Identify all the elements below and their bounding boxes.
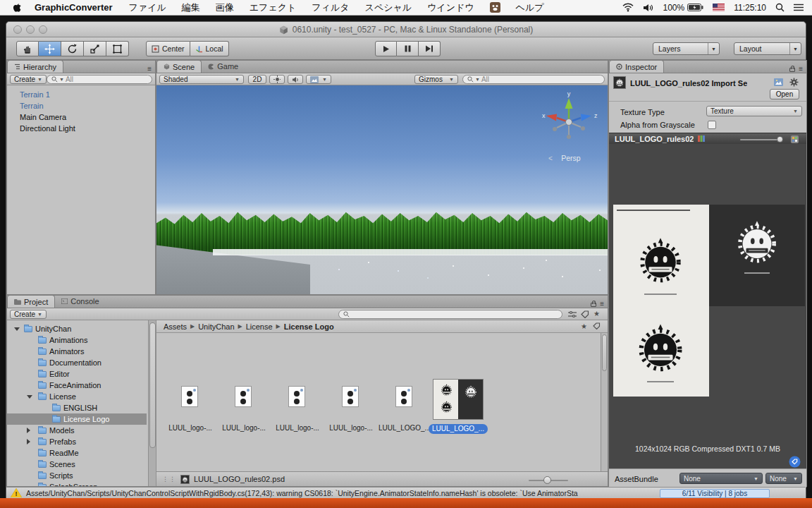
label-icon[interactable] (593, 322, 601, 330)
rgb-channels-icon[interactable] (698, 135, 705, 142)
occlusion-bake-progress-badge[interactable]: 6/11 Visibility | 8 jobs (660, 489, 770, 498)
file-label[interactable]: LUUL_logo-... (217, 424, 271, 432)
disclosure-closed-icon[interactable] (27, 428, 30, 433)
scene-viewport[interactable]: y x z < Persp (156, 85, 608, 294)
file-thumbnail[interactable] (235, 386, 252, 407)
layers-dropdown[interactable]: Layers▼ (653, 42, 720, 55)
lock-icon[interactable] (789, 68, 795, 72)
menu-help[interactable]: ヘルプ (508, 1, 552, 14)
hand-tool-button[interactable] (16, 41, 39, 56)
rect-tool-button[interactable] (106, 41, 129, 56)
files-scrollbar[interactable] (601, 333, 608, 471)
menubar-app-name[interactable]: GraphicConverter (26, 2, 121, 13)
project-search-input[interactable] (338, 310, 562, 319)
menu-edit[interactable]: 編集 (174, 1, 208, 14)
tree-item-animators[interactable]: Animators (7, 346, 147, 357)
tree-scrollbar-thumb[interactable] (149, 322, 156, 448)
draw-mode-dropdown[interactable]: Shaded▼ (159, 75, 244, 84)
hierarchy-item-terrain[interactable]: Terrain (7, 100, 155, 111)
breadcrumb-license-logo[interactable]: License Logo (284, 322, 334, 331)
tree-item-english[interactable]: ENGLISH (7, 402, 147, 413)
script-menu-icon[interactable] (482, 2, 508, 13)
console-status-message[interactable]: Assets/UnityChan/Scripts/UnityChanContro… (26, 489, 578, 497)
assetbundle-variant-dropdown[interactable]: None▼ (765, 473, 802, 484)
breadcrumb-assets[interactable]: Assets (164, 322, 187, 331)
tree-item-scripts[interactable]: Scripts (7, 470, 147, 481)
tab-inspector[interactable]: Inspector (609, 60, 664, 73)
file-label[interactable]: LUUL_LOGO_... (378, 424, 431, 432)
files-scrollbar-thumb[interactable] (602, 334, 607, 371)
apple-menu-icon[interactable] (8, 2, 26, 13)
menu-effect[interactable]: エフェクト (242, 1, 304, 14)
panel-menu-icon[interactable]: ≡ (600, 300, 604, 308)
file-thumbnail[interactable] (288, 386, 305, 407)
hierarchy-item-main-camera[interactable]: Main Camera (7, 111, 155, 123)
breadcrumb-unitychan[interactable]: UnityChan (198, 322, 234, 331)
scene-lighting-toggle[interactable] (269, 75, 285, 84)
preview-header[interactable]: LUUL_LOGO_rules02 (609, 133, 806, 144)
scene-orientation-gizmo[interactable]: y x z < Persp (539, 90, 599, 166)
tab-scene[interactable]: Scene (156, 60, 202, 73)
tree-item-editor[interactable]: Editor (7, 368, 147, 380)
mip-slider-track[interactable] (740, 139, 781, 140)
pivot-center-toggle[interactable]: Center (146, 41, 190, 56)
layout-dropdown[interactable]: Layout▼ (734, 42, 801, 55)
panel-menu-icon[interactable]: ≡ (147, 65, 152, 73)
notification-center-icon[interactable] (794, 4, 804, 11)
file-label[interactable]: LUUL_logo-... (271, 424, 324, 432)
rotate-tool-button[interactable] (61, 41, 84, 56)
scene-search-input[interactable]: ▼ All (462, 75, 605, 84)
tree-item-prefabs[interactable]: Prefabs (7, 436, 147, 447)
texture-preview-area[interactable]: 1024x1024 RGB Compressed DXT1 0.7 MB (609, 144, 806, 468)
wifi-icon[interactable] (622, 3, 634, 12)
picture-icon[interactable] (774, 78, 783, 86)
pivot-local-toggle[interactable]: Local (190, 41, 229, 56)
scene-audio-toggle[interactable] (288, 75, 303, 84)
preview-options-icon[interactable] (791, 135, 799, 143)
tree-item-splashscreen[interactable]: SplashScreen (7, 481, 147, 486)
menubar-clock[interactable]: 11:25:10 (734, 3, 766, 13)
menu-filter[interactable]: フィルタ (304, 1, 357, 14)
tree-item-documentation[interactable]: Documentation (7, 357, 147, 368)
hierarchy-item-directional-light[interactable]: Directional Light (7, 123, 155, 134)
window-titlebar[interactable]: 0610.unity - test_0527 - PC, Mac & Linux… (6, 22, 806, 37)
file-label[interactable]: LUUL_logo-... (164, 424, 217, 432)
disclosure-closed-icon[interactable] (27, 439, 30, 445)
mip-slider-knob[interactable] (777, 136, 783, 143)
disclosure-open-icon[interactable] (14, 327, 20, 331)
alpha-from-grayscale-checkbox[interactable] (708, 121, 716, 129)
2d-toggle[interactable]: 2D (248, 75, 266, 84)
search-filter-caret-icon[interactable]: ▼ (59, 77, 64, 82)
favorite-star-icon[interactable]: ★ (581, 322, 587, 330)
search-by-type-icon[interactable] (568, 310, 577, 318)
drag-grip-icon[interactable]: ⋮⋮ (162, 476, 176, 483)
breadcrumb-license[interactable]: License (246, 322, 273, 331)
lock-icon[interactable] (591, 303, 596, 307)
file-label[interactable]: LUUL_logo-... (324, 424, 378, 432)
file-thumbnail[interactable] (181, 386, 198, 407)
menu-file[interactable]: ファイル (121, 1, 174, 14)
menu-image[interactable]: 画像 (208, 1, 242, 14)
tree-item-animations[interactable]: Animations (7, 334, 147, 346)
open-button[interactable]: Open (770, 89, 799, 99)
battery-indicator[interactable]: 100% (663, 3, 703, 13)
tree-item-unitychan[interactable]: UnityChan (7, 323, 147, 334)
file-thumbnail[interactable] (395, 386, 412, 407)
selected-file-label[interactable]: LUUL_LOGO_... (429, 424, 488, 434)
effects-dropdown[interactable]: ▼ (306, 75, 331, 84)
step-button[interactable] (419, 41, 441, 56)
tree-scrollbar[interactable] (148, 320, 156, 486)
tab-project[interactable]: Project (7, 295, 55, 308)
asset-label-tag-icon[interactable] (789, 456, 801, 468)
tree-item-faceanimation[interactable]: FaceAnimation (7, 380, 147, 391)
tree-item-models[interactable]: Models (7, 425, 147, 436)
scale-tool-button[interactable] (84, 41, 106, 56)
thumbnail-size-slider-knob[interactable] (543, 476, 551, 484)
play-button[interactable] (375, 41, 397, 56)
tree-item-readme[interactable]: ReadMe (7, 447, 147, 459)
spotlight-icon[interactable] (775, 3, 785, 12)
volume-icon[interactable] (643, 4, 653, 12)
menu-special[interactable]: スペシャル (357, 1, 420, 14)
selected-file-thumbnail[interactable] (433, 379, 484, 420)
menu-window[interactable]: ウインドウ (419, 1, 482, 14)
